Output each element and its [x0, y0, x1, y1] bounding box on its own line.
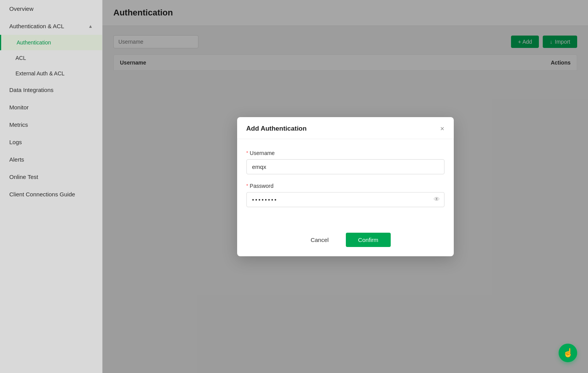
- username-required-star: *: [246, 150, 248, 156]
- fab-button[interactable]: ☝: [559, 344, 577, 362]
- password-label: * Password: [246, 183, 444, 189]
- eye-icon[interactable]: 👁: [434, 196, 440, 203]
- cancel-button[interactable]: Cancel: [300, 233, 340, 247]
- main-content: Authentication + Add ↓ Import Username A…: [103, 0, 588, 373]
- modal-header: Add Authentication ×: [237, 117, 454, 139]
- confirm-button[interactable]: Confirm: [346, 233, 391, 247]
- username-form-group: * Username: [246, 150, 444, 174]
- username-input[interactable]: [246, 159, 444, 174]
- modal-overlay[interactable]: Add Authentication × * Username *: [103, 0, 588, 373]
- modal-close-button[interactable]: ×: [440, 125, 444, 132]
- modal-title: Add Authentication: [246, 125, 307, 133]
- password-label-text: Password: [250, 183, 273, 189]
- password-required-star: *: [246, 183, 248, 189]
- password-form-group: * Password 👁: [246, 183, 444, 207]
- modal-body: * Username * Password 👁: [237, 139, 454, 227]
- password-input[interactable]: [246, 192, 444, 207]
- username-label-text: Username: [250, 150, 275, 156]
- fab-icon: ☝: [563, 348, 573, 358]
- modal-footer: Cancel Confirm: [237, 227, 454, 256]
- modal: Add Authentication × * Username *: [237, 117, 454, 256]
- password-wrapper: 👁: [246, 192, 444, 207]
- username-label: * Username: [246, 150, 444, 156]
- sidebar-overlay: [0, 0, 103, 373]
